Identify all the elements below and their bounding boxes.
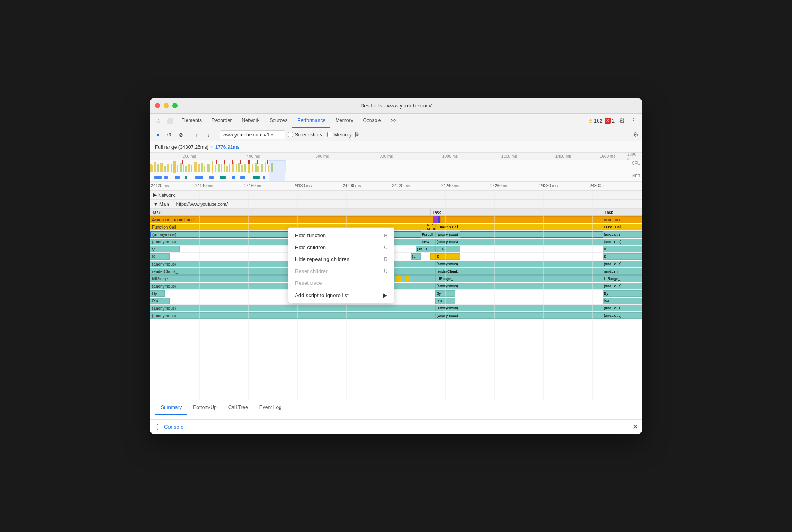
anon-block-right-0[interactable]: (ano...ous) xyxy=(603,231,642,238)
toolbar-settings-icon[interactable]: ⚙ xyxy=(633,131,639,139)
more-icon[interactable]: ⋮ xyxy=(629,117,639,125)
device-icon[interactable]: ⬜ xyxy=(165,116,175,126)
task-block-left[interactable]: Task xyxy=(150,209,619,216)
by-right[interactable]: By xyxy=(603,290,642,297)
lxa-track: lXa lXa lXa xyxy=(150,297,642,305)
tab-more[interactable]: >> xyxy=(386,114,402,128)
anon-block-4[interactable]: (anonymous) xyxy=(150,305,619,311)
ctx-add-ignore[interactable]: Add script to ignore list ▶ xyxy=(288,289,394,301)
anon-right-1[interactable]: (ano...ous) xyxy=(603,239,642,245)
svg-rect-59 xyxy=(253,176,260,179)
tab-elements[interactable]: Elements xyxy=(176,114,207,128)
anon-right-4[interactable]: (ano...ous) xyxy=(603,305,642,311)
screenshots-checkbox[interactable]: Screenshots xyxy=(288,132,322,138)
s-block-mid[interactable]: S xyxy=(435,253,460,260)
v-mid-ans[interactable]: (an...s) xyxy=(416,246,435,252)
anon-right-5[interactable]: (ano...ous) xyxy=(603,312,642,319)
task-block-right[interactable]: Task xyxy=(603,209,642,216)
anon-mid-5[interactable]: (anonymous) xyxy=(435,312,460,319)
anon-mid-1[interactable]: (anonymous) xyxy=(435,239,460,245)
anon-mid-4[interactable]: (anonymous) xyxy=(435,305,460,311)
svg-rect-47 xyxy=(267,160,268,164)
s-block-left[interactable]: S xyxy=(150,253,170,260)
ctx-hide-children[interactable]: Hide children C xyxy=(288,241,394,253)
tab-memory[interactable]: Memory xyxy=(330,114,358,128)
devtools-main: 24120 ms 24140 ms 24160 ms 24180 ms 2420… xyxy=(150,182,642,434)
anon-right-2[interactable]: (ano...ous) xyxy=(603,261,642,267)
fill-yellow-1[interactable] xyxy=(396,275,401,282)
console-label[interactable]: Console xyxy=(164,424,184,430)
console-close-icon[interactable]: ✕ xyxy=(633,423,638,431)
fill-mid[interactable]: fillRange_ xyxy=(435,275,460,282)
tab-performance[interactable]: Performance xyxy=(292,114,330,128)
lxa-right[interactable]: lXa xyxy=(603,298,642,304)
svg-rect-1 xyxy=(152,165,153,172)
tab-event-log[interactable]: Event Log xyxy=(254,400,287,415)
anim-block-right[interactable]: Anim...ired xyxy=(603,216,642,223)
anim-block-left[interactable]: Animation Frame Fired xyxy=(150,216,619,223)
ctx-hide-repeating[interactable]: Hide repeating children R xyxy=(288,253,394,265)
record-button[interactable]: ● xyxy=(153,130,162,139)
anon-mid-2[interactable]: (anonymous) xyxy=(435,261,460,267)
memory-checkbox[interactable]: Memory xyxy=(327,132,352,138)
warn-badge[interactable]: ⚠ 162 xyxy=(588,118,602,124)
tab-call-tree[interactable]: Call Tree xyxy=(223,400,254,415)
tab-network[interactable]: Network xyxy=(237,114,264,128)
fill-right[interactable]: fillRange_ xyxy=(603,275,642,282)
upload-button[interactable]: ↑ xyxy=(192,130,201,139)
svg-rect-8 xyxy=(173,161,176,173)
tab-recorder[interactable]: Recorder xyxy=(207,114,237,128)
render-right[interactable]: rend...nk_ xyxy=(603,268,642,275)
ctx-hide-function[interactable]: Hide function H xyxy=(288,230,394,241)
render-mid[interactable]: renderChunk_ xyxy=(435,268,460,275)
s-mid[interactable]: (... xyxy=(411,253,421,260)
anon-block-5[interactable]: (anonymous) xyxy=(150,312,619,319)
minimize-button[interactable] xyxy=(164,103,169,108)
anon-right-3[interactable]: (ano...ous) xyxy=(603,283,642,289)
fill-yellow-2[interactable] xyxy=(406,275,410,282)
task-block-mid[interactable]: Task xyxy=(430,209,519,216)
v-right[interactable]: V xyxy=(603,246,642,252)
anim-track: Animation Frame Fired Anim...ired xyxy=(150,216,642,223)
maximize-button[interactable] xyxy=(172,103,178,108)
main-section-header[interactable]: ▼ Main — https://www.youtube.com/ xyxy=(150,200,642,209)
lxa-block-left[interactable]: lXa xyxy=(150,298,170,304)
anim-block-mid[interactable] xyxy=(440,216,460,223)
detail-tick-0: 24120 ms xyxy=(151,184,169,188)
svg-rect-16 xyxy=(198,164,200,172)
url-select[interactable]: www.youtube.com #1 ▾ xyxy=(220,130,285,139)
err-badge[interactable]: ✕ 2 xyxy=(605,118,615,124)
clear-button[interactable]: ⊘ xyxy=(176,130,185,139)
tab-bottom-up[interactable]: Bottom-Up xyxy=(187,400,222,415)
tab-sources[interactable]: Sources xyxy=(264,114,292,128)
by-mid[interactable]: By xyxy=(435,290,455,297)
timeline-cpu: CPU xyxy=(150,160,642,173)
s-right[interactable]: S xyxy=(603,253,642,260)
anon-mid-3[interactable]: (anonymous) xyxy=(435,283,460,289)
v-mid-2[interactable]: (... V xyxy=(435,246,460,252)
settings-icon[interactable]: ⚙ xyxy=(617,117,626,125)
storage-icon[interactable]: 🗄 xyxy=(354,132,360,138)
func-block-mid[interactable]: Function Call xyxy=(435,224,460,230)
tab-console[interactable]: Console xyxy=(358,114,386,128)
close-button[interactable] xyxy=(155,103,160,108)
purple-block[interactable] xyxy=(433,216,438,223)
detail-tick-2: 24160 ms xyxy=(244,184,262,188)
cursor-icon[interactable]: ⊹ xyxy=(153,116,163,126)
ruler-tick-1400: 1400 ms xyxy=(555,154,571,159)
tab-summary[interactable]: Summary xyxy=(155,400,187,415)
console-menu-icon[interactable]: ⋮ xyxy=(154,423,161,431)
func-block-right[interactable]: Func...Call xyxy=(603,224,642,230)
download-button[interactable]: ↓ xyxy=(204,130,213,139)
refresh-button[interactable]: ↺ xyxy=(165,130,174,139)
anon-block-mid[interactable]: (anonymous) xyxy=(435,231,460,238)
timeline-overview[interactable]: 200 ms 400 ms 600 ms 800 ms 1000 ms 1200… xyxy=(150,153,642,182)
lxa-mid[interactable]: lXa xyxy=(435,298,455,304)
anon-mid-mwa[interactable]: mWa xyxy=(421,239,435,245)
network-section-header[interactable]: ▶ Network xyxy=(150,191,642,200)
err-count: 2 xyxy=(612,118,615,124)
svg-rect-23 xyxy=(221,164,222,172)
by-block-left[interactable]: By xyxy=(150,290,165,297)
v-block-left[interactable]: V xyxy=(150,246,180,252)
ctx-hide-repeating-shortcut: R xyxy=(384,257,387,262)
